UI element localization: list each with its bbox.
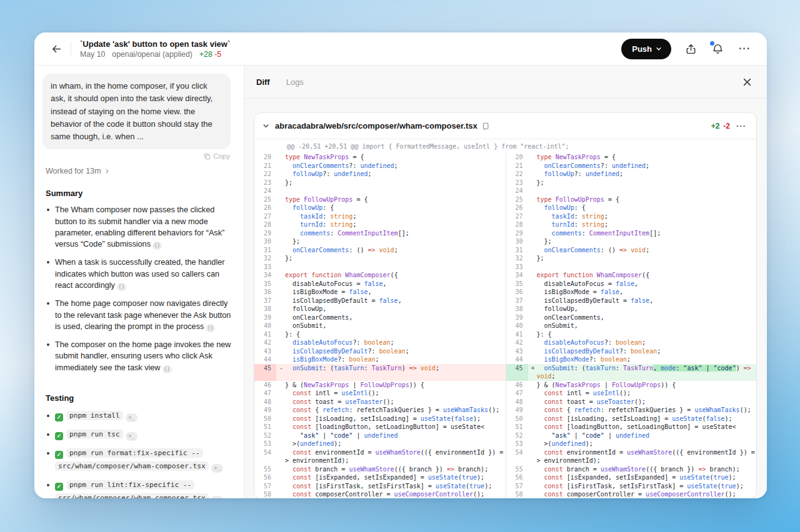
notifications-button[interactable] <box>711 42 725 56</box>
line-number: 44 <box>254 355 276 364</box>
diff-marker <box>528 448 537 465</box>
terminal-log-chip[interactable]: >_ <box>211 464 223 473</box>
notification-dot <box>710 41 714 46</box>
terminal-log-chip[interactable]: >_ <box>126 432 138 441</box>
diff-row: 39 onClearComments, <box>506 313 757 322</box>
diff-row: 41}: { <box>506 330 757 339</box>
line-number: 33 <box>506 263 528 272</box>
diff-marker <box>276 212 285 221</box>
code-line: export function WhamComposer({ <box>285 271 506 280</box>
code-citation-chip[interactable]: () <box>152 242 162 250</box>
code-line: "ask" | "code" | undefined <box>285 431 506 440</box>
diff-marker <box>276 297 285 305</box>
diff-marker <box>528 355 537 364</box>
code-line: const composerController = useComposerCo… <box>537 490 757 498</box>
code-citation-chip[interactable]: () <box>162 365 172 373</box>
code-line: followUp, <box>537 305 757 313</box>
test-item: ✓pnpm install>_ <box>46 409 235 422</box>
close-panel-button[interactable] <box>742 77 752 87</box>
line-number: 31 <box>254 246 276 255</box>
diff-marker <box>276 330 285 339</box>
diff-marker <box>276 381 285 390</box>
line-number: 47 <box>254 389 276 398</box>
testing-heading: Testing <box>46 393 244 403</box>
line-number: 28 <box>254 220 276 229</box>
diff-marker <box>528 490 537 498</box>
line-number: 29 <box>254 229 276 238</box>
diff-marker <box>528 162 537 170</box>
line-number: 23 <box>506 179 528 187</box>
code-line: taskId: string; <box>537 212 757 221</box>
code-line: }; <box>537 237 757 246</box>
diff-marker <box>528 254 537 263</box>
copy-path-button[interactable] <box>482 122 489 130</box>
diff-row: 49 const { refetch: refetchTaskQueries }… <box>254 406 506 415</box>
code-line: }: { <box>285 330 506 339</box>
diff-row: 26 followUp: { <box>506 204 757 212</box>
line-number: 42 <box>506 338 528 347</box>
diff-row: 51 const [loadingButton, setLoadingButto… <box>506 423 757 431</box>
diff-row: 35 disableAutoFocus = false, <box>506 280 757 288</box>
copy-label: Copy <box>213 152 230 160</box>
code-line: }; <box>537 179 757 187</box>
diff-row: 25type FollowUpProps = { <box>506 195 757 204</box>
diff-marker <box>528 473 537 482</box>
diff-row: 31 onClearComments: () => void; <box>254 246 506 255</box>
share-button[interactable] <box>684 42 698 56</box>
diff-marker <box>276 305 285 313</box>
more-menu-button[interactable]: ··· <box>738 42 752 56</box>
diff-marker <box>528 280 537 288</box>
push-button[interactable]: Push <box>621 39 671 59</box>
diff-row: 58 const composerController = useCompose… <box>254 490 506 498</box>
tab-diff[interactable]: Diff <box>256 77 270 87</box>
copy-button[interactable]: Copy <box>34 152 230 160</box>
diff-marker <box>276 355 285 364</box>
diff-marker <box>276 153 285 162</box>
code-line: comments: CommentInputItem[]; <box>537 229 757 238</box>
file-diff-card: abracadabra/web/src/composer/wham-compos… <box>254 112 757 498</box>
file-header[interactable]: abracadabra/web/src/composer/wham-compos… <box>254 113 756 139</box>
code-line <box>285 187 506 195</box>
line-number: 38 <box>506 305 528 313</box>
code-citation-chip[interactable]: () <box>206 324 215 332</box>
line-number: 37 <box>254 297 276 305</box>
copy-icon <box>482 122 489 130</box>
summary-heading: Summary <box>46 189 244 198</box>
diff-marker <box>276 448 285 465</box>
diff-scroll-area[interactable]: abracadabra/web/src/composer/wham-compos… <box>244 99 767 498</box>
file-path: abracadabra/web/src/composer/wham-compos… <box>275 121 478 131</box>
code-line: const [loadingButton, setLoadingButton] … <box>285 423 506 431</box>
diff-marker <box>528 288 537 297</box>
line-number: 37 <box>506 297 528 305</box>
diff-row: 55 const branch = useWhamStore(({ branch… <box>254 465 506 474</box>
code-line: followUp?: undefined; <box>285 170 506 179</box>
code-line: }; <box>285 237 506 246</box>
diff-marker <box>276 313 285 322</box>
line-number: 50 <box>506 415 528 423</box>
diff-marker <box>276 263 285 272</box>
file-menu-button[interactable]: ··· <box>736 121 746 131</box>
diff-row: 33 <box>254 263 506 272</box>
diff-row: 29 comments: CommentInputItem[]; <box>254 229 506 238</box>
tab-logs[interactable]: Logs <box>286 77 304 87</box>
check-passed-icon: ✓ <box>55 451 63 459</box>
terminal-log-chip[interactable]: >_ <box>126 413 138 422</box>
diff-row: 48 const toast = useToaster(); <box>506 398 757 406</box>
diff-row: 32}; <box>254 254 506 263</box>
line-number: 49 <box>506 406 528 415</box>
back-button[interactable] <box>47 39 66 58</box>
diff-marker <box>528 338 537 347</box>
code-line: onClearComments, <box>537 313 757 322</box>
line-number: 55 <box>506 465 528 474</box>
diff-marker <box>528 440 537 448</box>
diff-row: 23}; <box>506 179 757 187</box>
diff-row: 43 isCollapsedByDefault?: boolean; <box>254 347 506 356</box>
terminal-log-chip[interactable]: >_ <box>211 496 223 498</box>
diff-row: 28 turnId: string; <box>254 220 506 229</box>
diff-row: 57 const [isFirstTask, setIsFirstTask] =… <box>506 482 757 491</box>
code-line: isCollapsedByDefault = false, <box>537 297 757 305</box>
code-citation-chip[interactable]: () <box>117 283 126 291</box>
worked-for-toggle[interactable]: Worked for 13m <box>46 167 244 175</box>
line-number: 28 <box>506 220 528 229</box>
diff-marker <box>528 406 537 415</box>
